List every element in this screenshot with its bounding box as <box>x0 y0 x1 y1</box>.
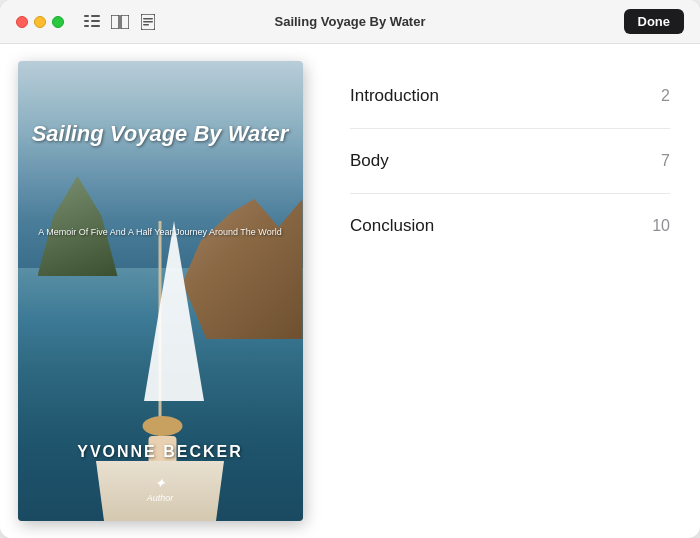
svg-rect-11 <box>143 24 149 26</box>
book-author: YVONNE BECKER <box>18 443 303 461</box>
svg-rect-10 <box>143 21 153 23</box>
svg-rect-5 <box>91 25 100 27</box>
titlebar: Sailing Voyage By Water Done <box>0 0 700 44</box>
close-button[interactable] <box>16 16 28 28</box>
person-hat <box>143 416 183 436</box>
main-content: Sailing Voyage By Water A Memoir Of Five… <box>0 44 700 538</box>
svg-rect-6 <box>111 15 119 29</box>
window-title: Sailing Voyage By Water <box>275 14 426 29</box>
book-subtitle: A Memoir Of Five And A Half Year Journey… <box>18 226 303 239</box>
publisher-name: Author <box>147 493 174 503</box>
toc-entry-conclusion[interactable]: Conclusion 10 <box>350 194 670 258</box>
book-title: Sailing Voyage By Water <box>18 121 303 147</box>
list-view-icon[interactable] <box>82 12 102 32</box>
toc-entry-body[interactable]: Body 7 <box>350 129 670 194</box>
svg-rect-3 <box>91 15 100 17</box>
publisher-logo: ✦ Author <box>18 475 303 503</box>
toc-entry-introduction[interactable]: Introduction 2 <box>350 64 670 129</box>
traffic-lights <box>16 16 64 28</box>
feather-icon: ✦ <box>154 475 166 491</box>
minimize-button[interactable] <box>34 16 46 28</box>
svg-rect-2 <box>84 25 89 27</box>
svg-rect-7 <box>121 15 129 29</box>
toc-page-introduction: 2 <box>661 87 670 105</box>
book-publisher: ✦ Author <box>18 475 303 503</box>
document-view-icon[interactable] <box>138 12 158 32</box>
toc-title-conclusion: Conclusion <box>350 216 434 236</box>
toolbar-icons <box>82 12 158 32</box>
svg-rect-0 <box>84 15 89 17</box>
toc-page-conclusion: 10 <box>652 217 670 235</box>
done-button[interactable]: Done <box>624 9 685 34</box>
panel-view-icon[interactable] <box>110 12 130 32</box>
svg-rect-4 <box>91 20 100 22</box>
toc-panel: Introduction 2 Body 7 Conclusion 10 <box>320 44 700 538</box>
book-cover: Sailing Voyage By Water A Memoir Of Five… <box>18 61 303 521</box>
toc-title-body: Body <box>350 151 389 171</box>
toc-page-body: 7 <box>661 152 670 170</box>
toc-title-introduction: Introduction <box>350 86 439 106</box>
svg-rect-9 <box>143 18 153 20</box>
app-window: Sailing Voyage By Water Done <box>0 0 700 538</box>
svg-rect-1 <box>84 20 89 22</box>
book-panel: Sailing Voyage By Water A Memoir Of Five… <box>0 44 320 538</box>
titlebar-left <box>16 12 158 32</box>
titlebar-right: Done <box>624 9 685 34</box>
maximize-button[interactable] <box>52 16 64 28</box>
